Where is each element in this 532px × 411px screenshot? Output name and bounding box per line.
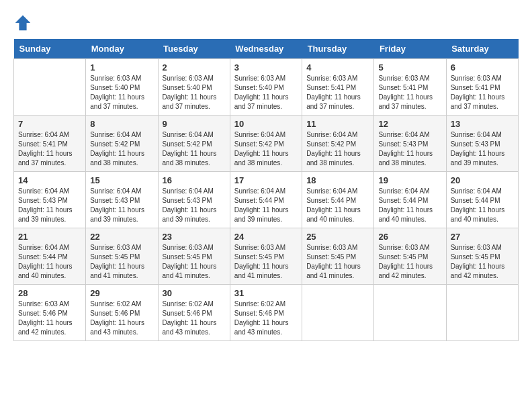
calendar-cell-w1-d5: 4Sunrise: 6:03 AMSunset: 5:41 PMDaylight…	[302, 59, 374, 116]
sunrise-text: Sunrise: 6:04 AM	[18, 187, 69, 195]
calendar-week-1: 1Sunrise: 6:03 AMSunset: 5:40 PMDaylight…	[14, 59, 519, 116]
sunrise-text: Sunrise: 6:04 AM	[18, 131, 69, 138]
calendar-cell-w3-d1: 14Sunrise: 6:04 AMSunset: 5:43 PMDayligh…	[14, 172, 86, 228]
sunset-text: Sunset: 5:42 PM	[306, 140, 356, 148]
daylight-text: Daylight: 11 hours and 37 minutes.	[18, 150, 73, 167]
day-detail: Sunrise: 6:03 AMSunset: 5:40 PMDaylight:…	[163, 74, 226, 111]
sunrise-text: Sunrise: 6:04 AM	[306, 131, 357, 138]
sunrise-text: Sunrise: 6:04 AM	[306, 187, 357, 195]
sunrise-text: Sunrise: 6:03 AM	[306, 75, 357, 82]
calendar-cell-w1-d2: 1Sunrise: 6:03 AMSunset: 5:40 PMDaylight…	[86, 59, 158, 116]
calendar-cell-w2-d6: 12Sunrise: 6:04 AMSunset: 5:43 PMDayligh…	[374, 116, 446, 172]
day-detail: Sunrise: 6:03 AMSunset: 5:40 PMDaylight:…	[234, 74, 298, 111]
sunrise-text: Sunrise: 6:04 AM	[234, 187, 285, 195]
sunrise-text: Sunrise: 6:04 AM	[163, 131, 214, 138]
calendar-cell-w1-d4: 3Sunrise: 6:03 AMSunset: 5:40 PMDaylight…	[230, 59, 302, 116]
sunrise-text: Sunrise: 6:03 AM	[378, 244, 429, 251]
day-number: 27	[451, 232, 514, 242]
sunset-text: Sunset: 5:46 PM	[234, 310, 284, 317]
sunrise-text: Sunrise: 6:04 AM	[378, 131, 429, 138]
sunrise-text: Sunrise: 6:02 AM	[163, 300, 214, 308]
day-detail: Sunrise: 6:03 AMSunset: 5:45 PMDaylight:…	[163, 243, 226, 281]
sunrise-text: Sunrise: 6:04 AM	[234, 131, 285, 138]
sunrise-text: Sunrise: 6:02 AM	[90, 300, 141, 308]
day-number: 29	[90, 288, 153, 298]
day-number: 3	[234, 62, 298, 73]
daylight-text: Daylight: 11 hours and 37 minutes.	[234, 93, 289, 110]
day-number: 31	[234, 288, 298, 298]
daylight-text: Daylight: 11 hours and 38 minutes.	[163, 150, 217, 167]
day-number: 17	[234, 175, 298, 185]
page-header	[13, 13, 519, 32]
calendar-cell-w5-d1: 28Sunrise: 6:03 AMSunset: 5:46 PMDayligh…	[14, 285, 86, 341]
sunset-text: Sunset: 5:41 PM	[451, 84, 500, 91]
sunset-text: Sunset: 5:45 PM	[451, 253, 500, 261]
day-detail: Sunrise: 6:04 AMSunset: 5:44 PMDaylight:…	[234, 187, 298, 224]
calendar-cell-w5-d7	[446, 285, 518, 341]
sunset-text: Sunset: 5:46 PM	[90, 310, 140, 317]
calendar-cell-w2-d2: 8Sunrise: 6:04 AMSunset: 5:42 PMDaylight…	[86, 116, 158, 172]
day-number: 1	[90, 62, 153, 73]
day-number: 4	[306, 62, 369, 73]
day-detail: Sunrise: 6:02 AMSunset: 5:46 PMDaylight:…	[90, 300, 153, 337]
weekday-header-saturday: Saturday	[446, 39, 518, 59]
calendar-cell-w3-d7: 20Sunrise: 6:04 AMSunset: 5:44 PMDayligh…	[446, 172, 518, 228]
sunset-text: Sunset: 5:40 PM	[234, 84, 284, 91]
daylight-text: Daylight: 11 hours and 38 minutes.	[378, 150, 433, 167]
logo	[13, 13, 35, 32]
sunset-text: Sunset: 5:40 PM	[163, 84, 212, 91]
day-number: 8	[90, 119, 153, 129]
weekday-header-monday: Monday	[86, 39, 158, 59]
calendar-week-2: 7Sunrise: 6:04 AMSunset: 5:41 PMDaylight…	[14, 116, 519, 172]
sunset-text: Sunset: 5:46 PM	[163, 310, 212, 317]
daylight-text: Daylight: 11 hours and 38 minutes.	[306, 150, 361, 167]
day-detail: Sunrise: 6:03 AMSunset: 5:41 PMDaylight:…	[378, 74, 441, 111]
sunset-text: Sunset: 5:42 PM	[90, 140, 140, 148]
calendar-cell-w4-d6: 26Sunrise: 6:03 AMSunset: 5:45 PMDayligh…	[374, 228, 446, 285]
daylight-text: Daylight: 11 hours and 40 minutes.	[378, 206, 433, 223]
day-detail: Sunrise: 6:03 AMSunset: 5:45 PMDaylight:…	[234, 243, 298, 281]
sunset-text: Sunset: 5:41 PM	[306, 84, 356, 91]
sunset-text: Sunset: 5:45 PM	[306, 253, 356, 261]
sunset-text: Sunset: 5:46 PM	[18, 310, 68, 317]
day-number: 7	[18, 119, 81, 129]
sunrise-text: Sunrise: 6:03 AM	[306, 244, 357, 251]
sunrise-text: Sunrise: 6:04 AM	[451, 131, 502, 138]
sunrise-text: Sunrise: 6:03 AM	[234, 75, 285, 82]
day-number: 11	[306, 119, 369, 129]
day-number: 28	[18, 288, 81, 298]
sunrise-text: Sunrise: 6:04 AM	[163, 187, 214, 195]
daylight-text: Daylight: 11 hours and 37 minutes.	[163, 93, 217, 110]
sunset-text: Sunset: 5:44 PM	[306, 197, 356, 204]
daylight-text: Daylight: 11 hours and 37 minutes.	[378, 93, 433, 110]
calendar-cell-w2-d1: 7Sunrise: 6:04 AMSunset: 5:41 PMDaylight…	[14, 116, 86, 172]
day-detail: Sunrise: 6:04 AMSunset: 5:43 PMDaylight:…	[163, 187, 226, 224]
calendar-cell-w5-d3: 30Sunrise: 6:02 AMSunset: 5:46 PMDayligh…	[158, 285, 230, 341]
day-detail: Sunrise: 6:04 AMSunset: 5:42 PMDaylight:…	[306, 130, 369, 168]
sunset-text: Sunset: 5:44 PM	[234, 197, 284, 204]
day-detail: Sunrise: 6:04 AMSunset: 5:43 PMDaylight:…	[451, 130, 514, 168]
daylight-text: Daylight: 11 hours and 42 minutes.	[18, 319, 73, 336]
day-detail: Sunrise: 6:03 AMSunset: 5:45 PMDaylight:…	[451, 243, 514, 281]
daylight-text: Daylight: 11 hours and 39 minutes.	[18, 206, 73, 223]
daylight-text: Daylight: 11 hours and 39 minutes.	[163, 206, 217, 223]
calendar-cell-w5-d6	[374, 285, 446, 341]
sunset-text: Sunset: 5:45 PM	[163, 253, 212, 261]
day-detail: Sunrise: 6:04 AMSunset: 5:44 PMDaylight:…	[378, 187, 441, 224]
sunrise-text: Sunrise: 6:04 AM	[90, 187, 141, 195]
calendar-cell-w5-d5	[302, 285, 374, 341]
weekday-header-row: SundayMondayTuesdayWednesdayThursdayFrid…	[14, 39, 519, 59]
sunset-text: Sunset: 5:44 PM	[378, 197, 428, 204]
calendar-cell-w5-d4: 31Sunrise: 6:02 AMSunset: 5:46 PMDayligh…	[230, 285, 302, 341]
calendar-cell-w4-d4: 24Sunrise: 6:03 AMSunset: 5:45 PMDayligh…	[230, 228, 302, 285]
calendar-table: SundayMondayTuesdayWednesdayThursdayFrid…	[13, 39, 519, 341]
day-number: 16	[163, 175, 226, 185]
day-detail: Sunrise: 6:04 AMSunset: 5:43 PMDaylight:…	[378, 130, 441, 168]
sunset-text: Sunset: 5:43 PM	[378, 140, 428, 148]
logo-icon	[13, 13, 32, 32]
calendar-cell-w4-d7: 27Sunrise: 6:03 AMSunset: 5:45 PMDayligh…	[446, 228, 518, 285]
sunset-text: Sunset: 5:44 PM	[451, 197, 500, 204]
day-number: 12	[378, 119, 441, 129]
daylight-text: Daylight: 11 hours and 41 minutes.	[90, 263, 144, 279]
sunrise-text: Sunrise: 6:04 AM	[18, 244, 69, 251]
